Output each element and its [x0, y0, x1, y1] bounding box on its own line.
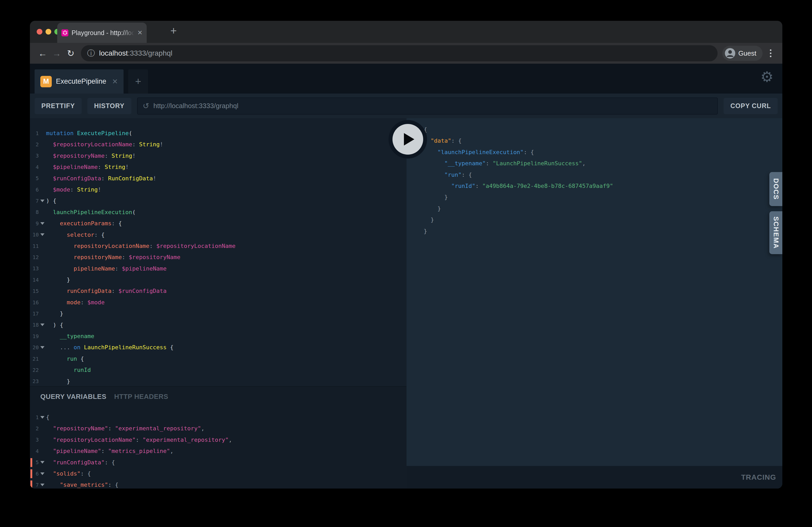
browser-menu-icon[interactable]	[765, 49, 777, 57]
code-line: 10 selector: {	[30, 229, 407, 240]
code-text: $repositoryLocationName: String!	[46, 139, 163, 150]
code-text: repositoryName: $repositoryName	[46, 252, 180, 263]
page-info-icon[interactable]: ⓘ	[87, 48, 95, 59]
code-line: "data": {	[407, 135, 782, 146]
settings-gear-icon[interactable]: ⚙	[760, 68, 773, 85]
code-text: pipelineName: $pipelineName	[46, 263, 167, 274]
fold-toggle-icon[interactable]	[39, 323, 46, 326]
fold-toggle-icon[interactable]	[39, 472, 46, 475]
code-line: 18 ) {	[30, 319, 407, 331]
fold-toggle-icon[interactable]	[39, 416, 46, 419]
code-line: 7 "save_metrics": {	[30, 479, 407, 488]
traffic-lights	[37, 29, 60, 34]
url-path: :3333/graphql	[128, 49, 172, 57]
browser-window: Playground - http://localhost:3 ✕ + ← → …	[30, 21, 782, 488]
line-number: 1	[30, 414, 39, 420]
line-number: 15	[30, 288, 39, 294]
tracing-bar: TRACING	[407, 466, 782, 488]
fold-toggle-icon[interactable]	[39, 199, 46, 202]
forward-icon[interactable]: →	[50, 48, 64, 59]
playground-tab-executepipeline[interactable]: M ExecutePipeline ✕	[34, 70, 124, 93]
fold-toggle-icon[interactable]	[39, 461, 46, 464]
code-line: 12 repositoryName: $repositoryName	[30, 252, 407, 263]
playground-tab-close-icon[interactable]: ✕	[112, 77, 118, 86]
code-line: 8 launchPipelineExecution(	[30, 207, 407, 218]
code-line: 2 $repositoryLocationName: String!	[30, 139, 407, 150]
response-viewer[interactable]: { "data": { "launchPipelineExecution": {…	[407, 118, 782, 466]
code-line: "runId": "a49b864a-79e2-4be8-b78c-687457…	[407, 180, 782, 192]
code-line: {	[407, 124, 782, 135]
code-line: 21 run {	[30, 353, 407, 364]
address-bar[interactable]: ⓘ localhost:3333/graphql	[81, 45, 717, 61]
schema-side-tab[interactable]: SCHEMA	[769, 211, 782, 254]
code-line: "launchPipelineExecution": {	[407, 147, 782, 158]
code-line: 5 "runConfigData": {	[30, 457, 407, 468]
line-number: 3	[30, 152, 39, 159]
variables-editor[interactable]: 1{2 "repositoryName": "experimental_repo…	[30, 406, 407, 488]
code-text: "repositoryName": "experimental_reposito…	[46, 423, 204, 434]
code-line: 6 "solids": {	[30, 468, 407, 479]
line-number: 8	[30, 209, 39, 215]
execute-button[interactable]	[389, 120, 427, 159]
line-number: 22	[30, 367, 39, 373]
tracing-label[interactable]: TRACING	[741, 473, 776, 482]
code-text: }	[424, 203, 441, 214]
code-text: "data": {	[424, 135, 462, 146]
line-number: 17	[30, 311, 39, 317]
line-number: 23	[30, 378, 39, 384]
line-number: 20	[30, 344, 39, 350]
code-line: 2 "repositoryName": "experimental_reposi…	[30, 423, 407, 434]
browser-tab-close-icon[interactable]: ✕	[137, 29, 143, 36]
code-line: 4 $pipelineName: String!	[30, 161, 407, 172]
line-number: 2	[30, 425, 39, 432]
tab-http-headers[interactable]: HTTP HEADERS	[114, 393, 168, 401]
docs-side-tab[interactable]: DOCS	[769, 172, 782, 206]
browser-toolbar: ← → ↻ ⓘ localhost:3333/graphql Guest	[30, 43, 782, 64]
fold-toggle-icon[interactable]	[39, 234, 46, 236]
fold-toggle-icon[interactable]	[39, 484, 46, 486]
code-text: "runId": "a49b864a-79e2-4be8-b78c-687457…	[424, 180, 613, 192]
code-text: }	[424, 226, 427, 237]
code-line: }	[407, 226, 782, 237]
tab-query-variables[interactable]: QUERY VARIABLES	[40, 393, 106, 401]
code-text: $mode: String!	[46, 184, 101, 195]
code-line: 16 mode: $mode	[30, 297, 407, 308]
browser-new-tab-button[interactable]: +	[170, 26, 177, 36]
code-text: "solids": {	[46, 468, 91, 479]
code-text: "run": {	[424, 169, 472, 180]
query-editor[interactable]: 1mutation ExecutePipeline(2 $repositoryL…	[30, 118, 407, 387]
reload-icon[interactable]: ↻	[64, 48, 78, 59]
code-text: $repositoryName: String!	[46, 150, 135, 161]
avatar-icon	[725, 48, 735, 59]
close-window-button[interactable]	[37, 29, 42, 34]
fold-toggle-icon[interactable]	[39, 222, 46, 225]
profile-button[interactable]: Guest	[722, 46, 763, 61]
back-icon[interactable]: ←	[35, 48, 50, 59]
minimize-window-button[interactable]	[45, 29, 51, 34]
endpoint-url-input[interactable]: ↺ http://localhost:3333/graphql	[137, 97, 718, 115]
code-line: }	[407, 203, 782, 214]
code-text: repositoryLocationName: $repositoryLocat…	[46, 240, 236, 252]
code-line: 19 __typename	[30, 331, 407, 342]
line-number: 14	[30, 277, 39, 283]
copy-curl-button[interactable]: COPY CURL	[724, 98, 778, 114]
prettify-button[interactable]: PRETTIFY	[34, 98, 82, 114]
line-number: 4	[30, 164, 39, 170]
line-number: 16	[30, 299, 39, 305]
error-marker	[30, 458, 32, 467]
mutation-badge: M	[40, 76, 52, 87]
code-line: "run": {	[407, 169, 782, 180]
code-text: "__typename": "LaunchPipelineRunSuccess"…	[424, 158, 586, 169]
endpoint-url-value: http://localhost:3333/graphql	[154, 102, 238, 110]
browser-tab[interactable]: Playground - http://localhost:3 ✕	[57, 22, 147, 43]
code-line: 7) {	[30, 195, 407, 206]
playground-new-tab-button[interactable]: +	[128, 70, 148, 93]
line-number: 6	[30, 186, 39, 193]
code-line: }	[407, 192, 782, 203]
history-button[interactable]: HISTORY	[87, 98, 131, 114]
code-line: 1mutation ExecutePipeline(	[30, 127, 407, 139]
fold-toggle-icon[interactable]	[39, 346, 46, 349]
code-text: }	[46, 274, 70, 285]
code-text: ... on LaunchPipelineRunSuccess {	[46, 342, 173, 353]
code-line: "__typename": "LaunchPipelineRunSuccess"…	[407, 158, 782, 169]
